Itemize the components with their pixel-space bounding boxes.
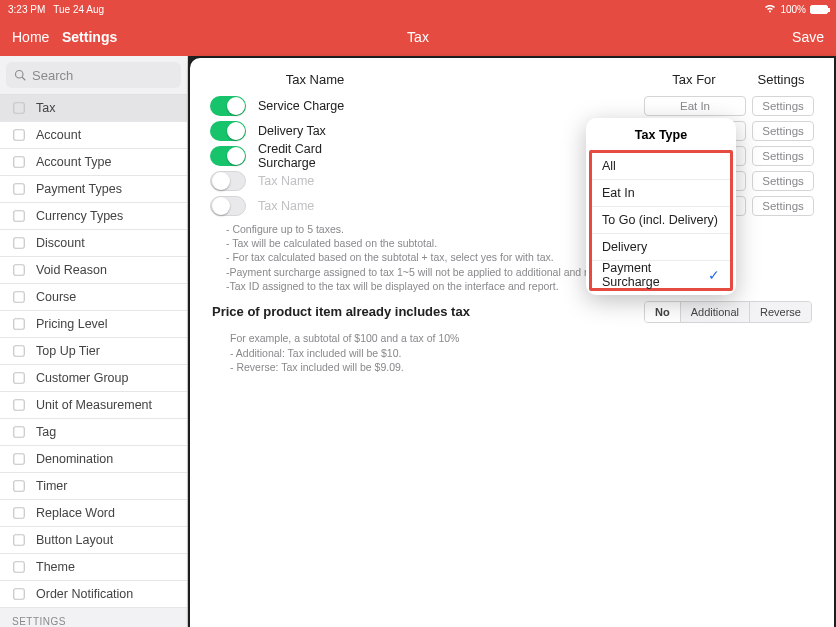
menu-item-icon	[12, 317, 26, 331]
svg-rect-9	[14, 292, 25, 303]
tax-row: Service ChargeEat InSettings	[210, 93, 814, 118]
svg-rect-7	[14, 238, 25, 249]
page-title: Tax	[0, 29, 836, 45]
svg-rect-16	[14, 481, 25, 492]
menu-item-icon	[12, 182, 26, 196]
menu-item-icon	[12, 101, 26, 115]
menu-item-icon	[12, 209, 26, 223]
segment-reverse[interactable]: Reverse	[750, 302, 811, 322]
svg-rect-12	[14, 373, 25, 384]
svg-rect-8	[14, 265, 25, 276]
sidebar-item-discount[interactable]: Discount	[0, 230, 187, 257]
tax-enable-toggle[interactable]	[210, 171, 246, 191]
sidebar-item-order-notification[interactable]: Order Notification	[0, 581, 187, 608]
svg-rect-5	[14, 184, 25, 195]
segment-additional[interactable]: Additional	[681, 302, 750, 322]
tax-enable-toggle[interactable]	[210, 121, 246, 141]
wifi-icon	[764, 4, 776, 15]
includes-tax-segment[interactable]: NoAdditionalReverse	[644, 301, 812, 323]
sidebar-item-button-layout[interactable]: Button Layout	[0, 527, 187, 554]
svg-rect-15	[14, 454, 25, 465]
menu-item-icon	[12, 128, 26, 142]
tax-settings-button[interactable]: Settings	[752, 121, 814, 141]
svg-rect-11	[14, 346, 25, 357]
sidebar-item-account[interactable]: Account	[0, 122, 187, 149]
sidebar-item-unit-of-measurement[interactable]: Unit of Measurement	[0, 392, 187, 419]
svg-rect-18	[14, 535, 25, 546]
svg-rect-17	[14, 508, 25, 519]
svg-rect-3	[14, 130, 25, 141]
tax-settings-button[interactable]: Settings	[752, 196, 814, 216]
tax-settings-button[interactable]: Settings	[752, 171, 814, 191]
menu-item-icon	[12, 236, 26, 250]
tax-type-option[interactable]: All	[592, 153, 730, 180]
col-settings: Settings	[748, 72, 814, 87]
menu-item-icon	[12, 560, 26, 574]
status-date: Tue 24 Aug	[53, 4, 104, 15]
battery-icon	[810, 5, 828, 14]
sidebar-item-currency-types[interactable]: Currency Types	[0, 203, 187, 230]
sidebar-item-denomination[interactable]: Denomination	[0, 446, 187, 473]
menu-item-icon	[12, 263, 26, 277]
example-text: For example, a subtotal of $100 and a ta…	[190, 327, 834, 375]
svg-rect-14	[14, 427, 25, 438]
tax-type-option[interactable]: Payment Surcharge✓	[592, 261, 730, 288]
tax-enable-toggle[interactable]	[210, 196, 246, 216]
tax-type-option[interactable]: Delivery	[592, 234, 730, 261]
tax-settings-button[interactable]: Settings	[752, 146, 814, 166]
sidebar-item-top-up-tier[interactable]: Top Up Tier	[0, 338, 187, 365]
tax-enable-toggle[interactable]	[210, 146, 246, 166]
col-tax-name: Tax Name	[250, 72, 380, 87]
sidebar-item-course[interactable]: Course	[0, 284, 187, 311]
menu-item-icon	[12, 290, 26, 304]
save-button[interactable]: Save	[792, 29, 824, 45]
col-tax-for: Tax For	[640, 72, 748, 87]
sidebar-item-tag[interactable]: Tag	[0, 419, 187, 446]
segment-no[interactable]: No	[645, 302, 681, 322]
sidebar-item-void-reason[interactable]: Void Reason	[0, 257, 187, 284]
sidebar-item-timer[interactable]: Timer	[0, 473, 187, 500]
battery-percent: 100%	[780, 4, 806, 15]
sidebar-menu: TaxAccountAccount TypePayment TypesCurre…	[0, 95, 187, 627]
tax-name-input[interactable]: Delivery Tax	[254, 121, 384, 141]
popover-highlight: AllEat InTo Go (incl. Delivery)DeliveryP…	[589, 150, 733, 291]
settings-heading: Settings	[62, 29, 117, 45]
sidebar-item-theme[interactable]: Theme	[0, 554, 187, 581]
sidebar-item-payment-types[interactable]: Payment Types	[0, 176, 187, 203]
menu-item-icon	[12, 587, 26, 601]
tax-name-input[interactable]: Tax Name	[254, 196, 384, 216]
menu-item-icon	[12, 533, 26, 547]
tax-name-input[interactable]: Credit Card Surcharge	[254, 139, 384, 173]
home-button[interactable]: Home	[12, 29, 49, 45]
menu-item-icon	[12, 506, 26, 520]
sidebar-item-customer-group[interactable]: Customer Group	[0, 365, 187, 392]
svg-line-1	[22, 77, 25, 80]
svg-rect-6	[14, 211, 25, 222]
nav-bar: Home Settings Tax Save	[0, 18, 836, 56]
menu-item-icon	[12, 452, 26, 466]
menu-item-icon	[12, 344, 26, 358]
menu-item-icon	[12, 479, 26, 493]
search-input[interactable]: Search	[6, 62, 181, 88]
svg-rect-13	[14, 400, 25, 411]
sidebar-item-pricing-level[interactable]: Pricing Level	[0, 311, 187, 338]
tax-type-option[interactable]: Eat In	[592, 180, 730, 207]
svg-rect-2	[14, 103, 25, 114]
sidebar-item-tax[interactable]: Tax	[0, 95, 187, 122]
svg-rect-19	[14, 562, 25, 573]
sidebar-item-account-type[interactable]: Account Type	[0, 149, 187, 176]
tax-name-input[interactable]: Tax Name	[254, 171, 384, 191]
menu-item-icon	[12, 398, 26, 412]
tax-enable-toggle[interactable]	[210, 96, 246, 116]
menu-item-icon	[12, 371, 26, 385]
tax-name-input[interactable]: Service Charge	[254, 96, 384, 116]
svg-rect-4	[14, 157, 25, 168]
tax-for-button[interactable]: Eat In	[644, 96, 746, 116]
sidebar-item-replace-word[interactable]: Replace Word	[0, 500, 187, 527]
tax-settings-button[interactable]: Settings	[752, 96, 814, 116]
tax-type-option[interactable]: To Go (incl. Delivery)	[592, 207, 730, 234]
includes-tax-label: Price of product item already includes t…	[212, 304, 470, 319]
menu-item-icon	[12, 155, 26, 169]
checkmark-icon: ✓	[708, 267, 720, 283]
settings-section-label: SETTINGS	[0, 608, 187, 627]
